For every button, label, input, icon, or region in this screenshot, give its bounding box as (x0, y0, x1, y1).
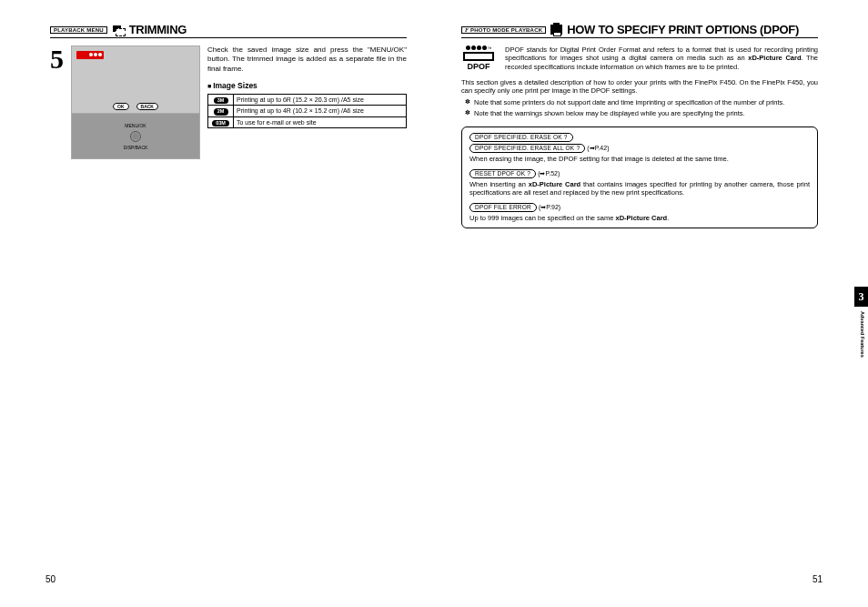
table-row: 3M Printing at up to 6R (15.2 × 20.3 cm)… (208, 95, 407, 106)
page-number-left: 50 (45, 574, 56, 584)
note-item: Note that the warnings shown below may b… (469, 109, 818, 117)
image-sizes-table: 3M Printing at up to 6R (15.2 × 20.3 cm)… (207, 94, 407, 127)
table-row: 03M To use for e-mail or web site (208, 116, 407, 127)
notes-list: Note that some printers do not support d… (461, 98, 818, 117)
left-body-text: Check the saved image size and press the… (207, 46, 407, 74)
ok-pill: OK (113, 103, 129, 110)
print-icon (550, 25, 562, 35)
page-number-right: 51 (812, 574, 823, 584)
playback-menu-tag: PLAYBACK MENU (50, 26, 107, 34)
menu-ok-button (130, 131, 141, 142)
dpof-description: DPOF stands for Digital Print Order Form… (505, 46, 818, 73)
msg-pill: RESET DPOF OK ? (469, 169, 536, 178)
dpof-logo: ™ DPOF (461, 46, 496, 73)
table-row: 2M Printing at up to 4R (10.2 × 15.2 cm)… (208, 106, 407, 116)
right-section-header: F PHOTO MODE PLAYBACK HOW TO SPECIFY PRI… (461, 23, 818, 38)
disp-back-label: DISP/BACK (124, 145, 148, 150)
left-section-header: PLAYBACK MENU TRIMMING (50, 23, 407, 38)
box-text: When erasing the image, the DPOF setting… (469, 155, 810, 163)
right-page: F PHOTO MODE PLAYBACK HOW TO SPECIFY PRI… (434, 0, 868, 607)
warnings-box: DPOF SPECIFIED. ERASE OK ? DPOF SPECIFIE… (461, 126, 818, 228)
camera-buttons-area: MENU/OK DISP/BACK (71, 114, 200, 159)
box-text: Up to 999 images can be specified on the… (469, 214, 810, 222)
chapter-tab: 3 (854, 287, 868, 307)
camera-display: OK BACK MENU/OK DISP/BACK (71, 46, 200, 159)
photo-mode-tag: F PHOTO MODE PLAYBACK (461, 26, 546, 34)
right-title: HOW TO SPECIFY PRINT OPTIONS (DPOF) (567, 23, 799, 36)
msg-pill: DPOF FILE ERROR (469, 203, 537, 212)
left-title: TRIMMING (129, 23, 187, 36)
left-page: PLAYBACK MENU TRIMMING 5 OK BACK MENU/OK (0, 0, 434, 607)
image-sizes-header: Image Sizes (207, 81, 407, 91)
step-number: 5 (50, 46, 64, 159)
chapter-label: Advanced Features (860, 311, 865, 358)
para-usage: This section gives a detailed descriptio… (461, 78, 818, 96)
msg-pill: DPOF SPECIFIED. ERASE OK ? (469, 133, 573, 142)
lcd-screen: OK BACK (71, 46, 200, 114)
box-text: When inserting an xD-Picture Card that c… (469, 180, 810, 197)
note-item: Note that some printers do not support d… (469, 98, 818, 106)
menu-ok-label: MENU/OK (125, 123, 146, 128)
trimming-icon (112, 25, 125, 35)
msg-pill: DPOF SPECIFIED. ERASE ALL OK ? (469, 144, 585, 153)
back-pill: BACK (136, 103, 158, 110)
rec-badge (76, 51, 104, 59)
